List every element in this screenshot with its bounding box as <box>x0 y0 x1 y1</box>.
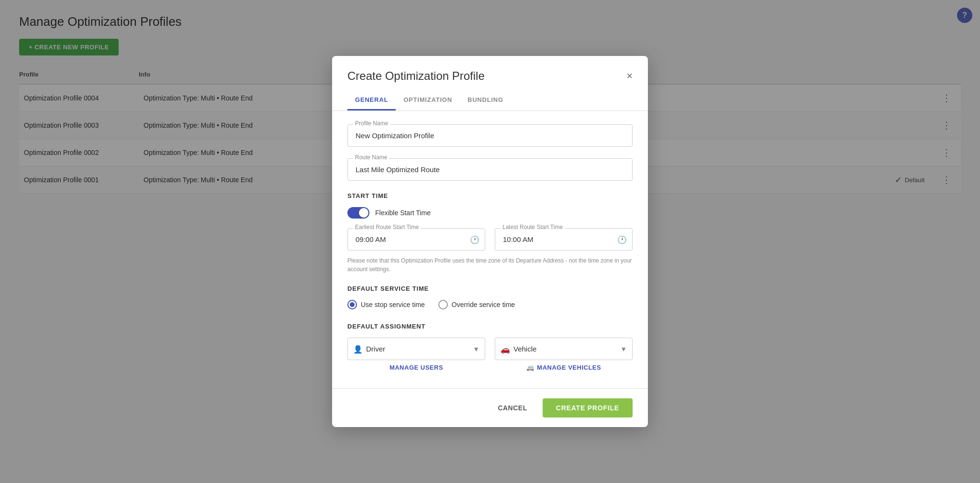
driver-person-icon: 👤 <box>353 344 363 353</box>
dropdown-row: 👤 Driver ▼ 🚗 Vehicle ▼ <box>347 338 633 360</box>
earliest-time-input[interactable] <box>347 228 485 251</box>
time-row: Earliest Route Start Time 🕐 Latest Route… <box>347 228 633 251</box>
create-profile-button[interactable]: CREATE PROFILE <box>543 398 633 417</box>
manage-users-link[interactable]: MANAGE USERS <box>347 364 485 371</box>
start-time-section-title: START TIME <box>347 192 633 199</box>
earliest-time-field: Earliest Route Start Time 🕐 <box>347 228 485 251</box>
vehicle-car-icon: 🚗 <box>501 344 510 353</box>
modal-dialog: Create Optimization Profile × GENERAL OP… <box>332 56 648 427</box>
radio-use-stop-label: Use stop service time <box>361 301 425 308</box>
tab-optimization[interactable]: OPTIMIZATION <box>396 90 460 110</box>
timezone-note: Please note that this Optimization Profi… <box>347 256 633 274</box>
vehicle-dropdown: 🚗 Vehicle ▼ <box>495 338 633 360</box>
radio-override-label: Override service time <box>452 301 515 308</box>
latest-time-input[interactable] <box>495 228 633 251</box>
modal-close-button[interactable]: × <box>626 71 633 81</box>
profile-name-input[interactable] <box>347 124 633 147</box>
flexible-start-label: Flexible Start Time <box>375 209 431 217</box>
tab-general[interactable]: GENERAL <box>347 90 396 110</box>
flexible-start-row: Flexible Start Time <box>347 207 633 219</box>
radio-use-stop-service-indicator <box>347 300 357 309</box>
route-name-input[interactable] <box>347 158 633 181</box>
modal-header: Create Optimization Profile × <box>332 56 648 83</box>
earliest-label: Earliest Route Start Time <box>353 224 421 231</box>
cancel-button[interactable]: CANCEL <box>490 399 535 417</box>
modal-overlay: Create Optimization Profile × GENERAL OP… <box>0 0 980 483</box>
manage-vehicles-link[interactable]: 🚐 MANAGE VEHICLES <box>495 364 633 371</box>
clock-icon-latest: 🕐 <box>617 235 627 244</box>
tab-bundling[interactable]: BUNDLING <box>460 90 511 110</box>
latest-time-field: Latest Route Start Time 🕐 <box>495 228 633 251</box>
latest-label: Latest Route Start Time <box>501 224 565 231</box>
default-service-section-title: DEFAULT SERVICE TIME <box>347 285 633 292</box>
radio-override-service[interactable]: Override service time <box>438 300 515 309</box>
clock-icon-earliest: 🕐 <box>470 235 479 244</box>
manage-links: MANAGE USERS 🚐 MANAGE VEHICLES <box>347 364 633 371</box>
vehicle-select[interactable]: Vehicle <box>495 338 633 360</box>
profile-name-field: Profile Name <box>347 124 633 147</box>
modal-tabs: GENERAL OPTIMIZATION BUNDLING <box>332 90 648 111</box>
modal-footer: CANCEL CREATE PROFILE <box>332 388 648 427</box>
default-assignment-section-title: DEFAULT ASSIGNMENT <box>347 323 633 330</box>
profile-name-label: Profile Name <box>353 120 390 127</box>
modal-body: Profile Name Route Name START TIME Flexi… <box>332 111 648 388</box>
flexible-start-toggle[interactable] <box>347 207 369 219</box>
radio-group: Use stop service time Override service t… <box>347 300 633 309</box>
radio-override-service-indicator <box>438 300 448 309</box>
route-name-field: Route Name <box>347 158 633 181</box>
driver-select[interactable]: Driver <box>347 338 485 360</box>
manage-vehicles-icon: 🚐 <box>526 364 535 371</box>
route-name-label: Route Name <box>353 154 389 161</box>
radio-use-stop-service[interactable]: Use stop service time <box>347 300 425 309</box>
modal-title: Create Optimization Profile <box>347 69 485 83</box>
driver-dropdown: 👤 Driver ▼ <box>347 338 485 360</box>
